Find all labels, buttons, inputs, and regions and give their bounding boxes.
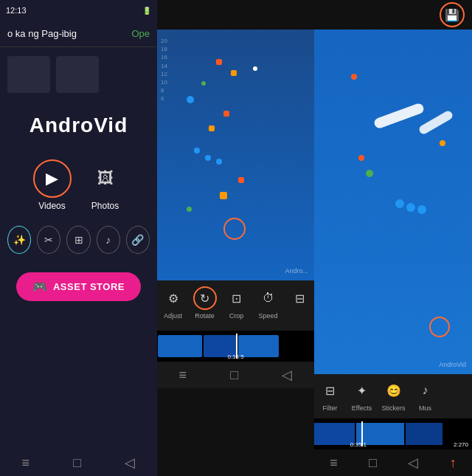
preview-top-bar: 💾	[314, 0, 472, 30]
open-button[interactable]: Ope	[131, 28, 150, 39]
status-icons: 🔋	[142, 7, 151, 15]
top-bar-title: o ka ng Pag-ibig	[7, 28, 131, 39]
thumbnail-2[interactable]	[56, 56, 99, 93]
nav-bar-3: ≡ □ ◁ ↑	[314, 449, 472, 476]
extra-button[interactable]: ⊟	[284, 286, 314, 312]
nav-bar-2: ≡ □ ◁	[157, 362, 314, 388]
timeline-3[interactable]: 0:35.1 2:270	[314, 418, 472, 449]
snake-body-2	[417, 109, 454, 135]
photos-icon: 🖼	[86, 159, 125, 198]
game-score-overlay: 20181614121086	[161, 37, 167, 103]
rotate-icon: ↻	[193, 286, 217, 310]
app-name: AndroVid	[30, 114, 128, 137]
timeline-seg-3	[238, 335, 279, 357]
rotate-button[interactable]: ↻ Rotate	[189, 286, 221, 320]
photos-label: Photos	[91, 201, 119, 211]
stickers-icon: 😊	[382, 379, 406, 402]
panel-main-app: 12:13 🔋 o ka ng Pag-ibig Ope AndroVid ▶ …	[0, 0, 157, 476]
stickers-label: Stickers	[381, 404, 405, 412]
link-tool[interactable]: 🔗	[126, 226, 150, 254]
scissors-tool[interactable]: ✂	[37, 226, 60, 254]
app-logo: AndroVid	[0, 99, 157, 145]
crop-icon: ⊡	[225, 286, 249, 310]
preview-video-area: AndroVid	[314, 30, 472, 374]
thumbnail-1[interactable]	[7, 56, 50, 93]
snake-body	[373, 102, 426, 129]
status-bar: 12:13 🔋	[0, 0, 157, 21]
music-label-3: Mus	[419, 404, 431, 412]
stickers-button[interactable]: 😊 Stickers	[378, 379, 409, 412]
adjust-label: Adjust	[164, 312, 182, 320]
filter-label: Filter	[323, 404, 338, 412]
editor-video-preview: 20181614121086 Andro...	[157, 30, 314, 280]
timeline-segments-2	[157, 334, 280, 359]
music-icon-3: ♪	[414, 379, 437, 402]
effects-label: Effects	[352, 404, 372, 412]
videos-icon: ▶	[33, 159, 72, 198]
crop-button[interactable]: ⊡ Crop	[221, 286, 252, 320]
timeline-2[interactable]: 0:35.5	[157, 331, 314, 362]
tl3-seg-1	[314, 423, 355, 445]
music-button-3[interactable]: ♪ Mus	[409, 379, 441, 412]
tools-row: ✨ ✂ ⊞ ♪ 🔗	[0, 218, 157, 261]
back-icon-3[interactable]: ◁	[408, 455, 418, 471]
speed-icon: ⏱	[257, 286, 280, 310]
adjust-icon: ⚙	[162, 286, 185, 310]
asset-store-button[interactable]: 🎮 ASSET STORE	[16, 272, 141, 301]
watermark-2: Andro...	[285, 267, 308, 275]
preview-toolbar: ⊟ Filter ✦ Effects 😊 Stickers ♪ Mus	[314, 374, 472, 418]
timeline-time-3: 0:35.1	[350, 441, 367, 448]
highlight-circle-2	[223, 218, 246, 240]
watermark-3: AndroVid	[439, 361, 466, 368]
asset-store-icon: 🎮	[32, 280, 47, 294]
hamburger-icon-2[interactable]: ≡	[179, 368, 187, 383]
music-tool[interactable]: ♪	[97, 226, 120, 254]
save-button[interactable]: 💾	[440, 2, 465, 27]
thumbnail-row	[0, 47, 157, 99]
grid-tool[interactable]: ⊞	[66, 226, 90, 254]
media-buttons: ▶ Videos 🖼 Photos	[0, 145, 157, 218]
speed-label: Speed	[258, 312, 277, 320]
rotate-label: Rotate	[195, 312, 215, 320]
time-display: 12:13	[6, 6, 27, 15]
tl3-seg-3	[406, 423, 442, 445]
filter-icon: ⊟	[319, 379, 342, 402]
timeline-cursor-3	[361, 421, 363, 446]
battery-icon: 🔋	[142, 7, 151, 15]
timeline-time-4: 2:270	[454, 441, 468, 448]
editor-top-bar	[157, 0, 314, 30]
snake-game-area	[336, 52, 465, 352]
videos-button[interactable]: ▶ Videos	[33, 159, 72, 211]
adjust-button[interactable]: ⚙ Adjust	[157, 286, 189, 320]
effects-icon: ✦	[350, 379, 374, 402]
home-icon[interactable]: □	[73, 455, 81, 471]
hamburger-icon[interactable]: ≡	[22, 455, 30, 471]
sparkle-tool[interactable]: ✨	[7, 226, 31, 254]
speed-button[interactable]: ⏱ Speed	[252, 286, 284, 320]
back-icon-2[interactable]: ◁	[282, 367, 292, 383]
back-icon[interactable]: ◁	[125, 455, 135, 471]
status-time: 12:13	[6, 6, 27, 15]
effects-button[interactable]: ✦ Effects	[346, 379, 378, 412]
timeline-cursor-2	[236, 334, 237, 359]
extra-icon: ⊟	[288, 286, 312, 310]
videos-label: Videos	[38, 201, 65, 211]
game-elements: 20181614121086	[157, 30, 314, 280]
nav-bar-1: ≡ □ ◁	[0, 449, 157, 476]
filter-button[interactable]: ⊟ Filter	[314, 379, 346, 412]
panel-preview: 💾 AndroVid ⊟ Filter ✦ Eff	[314, 0, 472, 476]
editor-toolbar: ⚙ Adjust ↻ Rotate ⊡ Crop ⏱ Speed ⊟	[157, 280, 314, 331]
asset-store-label: ASSET STORE	[53, 281, 125, 292]
hamburger-icon-3[interactable]: ≡	[330, 455, 338, 471]
save-icon: 💾	[445, 8, 459, 22]
timeline-seg-1	[158, 335, 202, 357]
home-icon-3[interactable]: □	[369, 455, 377, 471]
top-bar: o ka ng Pag-ibig Ope	[0, 21, 157, 47]
timeline-segments-3	[314, 423, 442, 445]
crop-label: Crop	[229, 312, 244, 320]
panel-editor: 20181614121086 Andro... ⚙ Adjust ↻ Rotat…	[157, 0, 314, 476]
home-icon-2[interactable]: □	[230, 368, 238, 383]
share-icon-3[interactable]: ↑	[450, 455, 457, 471]
highlight-circle-3	[429, 317, 450, 337]
photos-button[interactable]: 🖼 Photos	[86, 159, 125, 211]
